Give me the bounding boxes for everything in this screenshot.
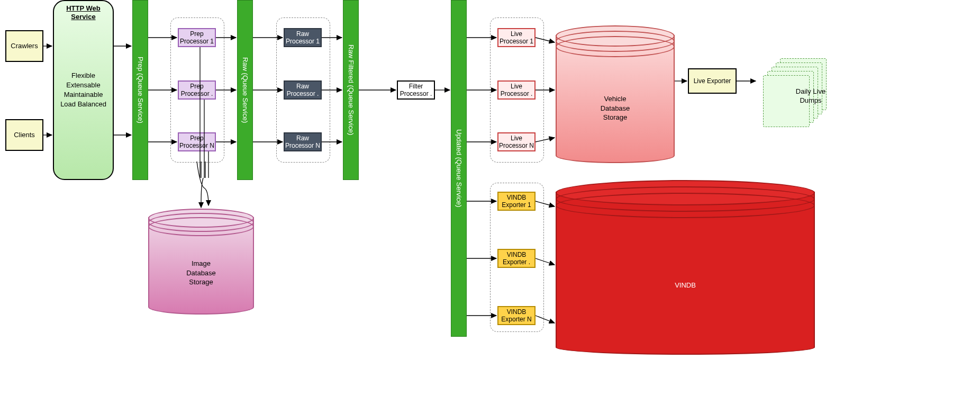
- prep-processor-1: Prep Processor 1: [178, 28, 216, 47]
- queue-updated: Updated (Queue Service): [451, 0, 467, 337]
- prep-processor-dot: Prep Processor .: [178, 80, 216, 100]
- webservice-line-3: Load Balanced: [60, 100, 106, 109]
- vindb-label: VINDB: [556, 281, 815, 290]
- daily-dumps-label: Daily Live Dumps: [779, 87, 842, 105]
- crawlers-label: Crawlers: [11, 42, 38, 50]
- webservice-title: HTTP Web Service: [54, 4, 113, 22]
- queue-prep: Prep (Queue Service): [132, 0, 148, 180]
- raw-processor-dot: Raw Processor .: [284, 80, 322, 100]
- http-web-service: HTTP Web Service Flexible Extensable Mai…: [53, 0, 114, 180]
- webservice-body: Flexible Extensable Maintainable Load Ba…: [60, 71, 106, 110]
- image-db-label: Image Database Storage: [148, 259, 254, 287]
- raw-processor-1: Raw Processor 1: [284, 28, 322, 47]
- webservice-line-0: Flexible: [60, 71, 106, 80]
- vindb-exporter-n: VINDB Exporter N: [497, 306, 536, 325]
- webservice-line-2: Maintainable: [60, 90, 106, 100]
- live-processor-1: Live Processor 1: [497, 28, 536, 47]
- vindb-exporter-1: VINDB Exporter 1: [497, 192, 536, 211]
- raw-processor-n: Raw Processor N: [284, 132, 322, 151]
- daily-dumps: Daily Live Dumps: [757, 58, 836, 127]
- webservice-line-1: Extensable: [60, 80, 106, 90]
- queue-raw-label: Raw (Queue Service): [241, 57, 249, 123]
- live-processor-dot: Live Processor .: [497, 80, 536, 100]
- vindb-exporter-dot: VINDB Exporter .: [497, 249, 536, 268]
- filter-processor: Filter Processor .: [397, 80, 435, 100]
- queue-prep-label: Prep (Queue Service): [136, 57, 144, 123]
- queue-raw-filtered: Raw Filtered (Queue Service): [343, 0, 359, 180]
- vehicle-db-label: Vehicle Database Storage: [556, 94, 675, 122]
- queue-raw-filtered-label: Raw Filtered (Queue Service): [347, 44, 355, 135]
- image-db-cylinder: Image Database Storage: [148, 209, 254, 315]
- live-processor-n: Live Processor N: [497, 132, 536, 151]
- live-exporter: Live Exporter: [688, 68, 737, 94]
- prep-processor-n: Prep Processor N: [178, 132, 216, 151]
- clients-box: Clients: [5, 119, 43, 151]
- queue-raw: Raw (Queue Service): [237, 0, 253, 180]
- clients-label: Clients: [14, 131, 35, 139]
- crawlers-box: Crawlers: [5, 30, 43, 62]
- vindb-cylinder: VINDB: [556, 180, 815, 355]
- queue-updated-label: Updated (Queue Service): [455, 129, 463, 207]
- vehicle-db-cylinder: Vehicle Database Storage: [556, 25, 675, 163]
